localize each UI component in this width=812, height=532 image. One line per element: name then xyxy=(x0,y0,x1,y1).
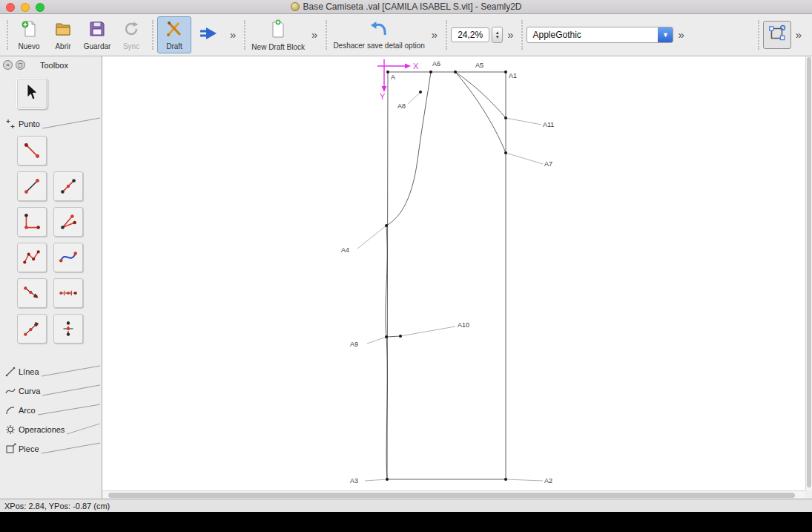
save-floppy-icon xyxy=(88,20,106,41)
triangle-axis-point-tool[interactable] xyxy=(53,314,83,344)
toolbar-drag-handle[interactable] xyxy=(152,20,154,50)
minimize-window-button[interactable] xyxy=(21,3,30,12)
drawing-canvas-area: X Y AA6A5A1A8A11A7A4A9A10A3A2 xyxy=(102,56,812,499)
selection-tool-button[interactable] xyxy=(763,21,791,49)
overflow-chevron[interactable]: » xyxy=(791,20,806,50)
section-slant xyxy=(42,384,100,397)
main-toolbar: Nuevo Abrir Guardar Sync xyxy=(0,14,812,56)
zoom-input[interactable]: 24,2% xyxy=(451,27,489,42)
save-button[interactable]: Guardar xyxy=(80,16,114,53)
toolbox-header: × ◻ Toolbox xyxy=(0,56,102,71)
button-label: Draft xyxy=(166,42,182,50)
point-along-line-tool[interactable] xyxy=(53,171,83,201)
line-between-points-tool[interactable] xyxy=(17,136,47,165)
vertical-scrollbar[interactable] xyxy=(805,56,812,490)
horizontal-scrollbar[interactable] xyxy=(102,490,805,499)
punto-tool-grid xyxy=(17,136,102,344)
x-axis-label: X xyxy=(413,62,419,70)
toolbox-section-piece[interactable]: Piece xyxy=(0,436,102,455)
toolbox-collapsed-sections: Línea Curva Arco Ope xyxy=(0,358,102,455)
svg-text:A3: A3 xyxy=(350,477,358,485)
spline-tool[interactable] xyxy=(17,243,47,272)
svg-text:A6: A6 xyxy=(432,60,440,68)
section-slant xyxy=(67,422,100,436)
overflow-chevron[interactable]: » xyxy=(503,20,518,50)
toolbox-section-punto[interactable]: Punto xyxy=(0,111,102,130)
sync-arrows-icon xyxy=(122,20,140,41)
overflow-chevron[interactable]: » xyxy=(225,20,240,50)
toolbox-section-arco[interactable]: Arco xyxy=(0,397,102,416)
undo-button[interactable]: Deshacer save detail option xyxy=(331,16,426,53)
y-axis-arrowhead-icon xyxy=(382,86,387,92)
new-document-icon xyxy=(20,20,38,41)
point-intersect-arrow-tool[interactable] xyxy=(17,278,47,308)
midpoint-on-line-tool[interactable] xyxy=(53,278,83,308)
svg-text:A: A xyxy=(391,73,395,81)
close-window-button[interactable] xyxy=(6,3,15,12)
horizontal-scrollbar-thumb[interactable] xyxy=(108,493,795,498)
overflow-chevron[interactable]: » xyxy=(307,20,322,50)
file-toolbar-group: Nuevo Abrir Guardar Sync xyxy=(12,15,148,55)
bisector-point-tool[interactable] xyxy=(17,314,47,344)
new-button[interactable]: Nuevo xyxy=(12,16,46,53)
svg-text:A8: A8 xyxy=(397,102,406,110)
piece-icon xyxy=(4,443,16,455)
font-toolbar-group: AppleGothic ▼ » xyxy=(527,15,688,55)
section-slant xyxy=(42,441,100,455)
float-icon[interactable]: ◻ xyxy=(16,60,25,70)
toolbar-drag-handle[interactable] xyxy=(7,20,8,50)
svg-text:A9: A9 xyxy=(350,341,358,348)
piece-mode-button[interactable] xyxy=(191,16,225,53)
draft-tools-icon xyxy=(165,20,183,41)
overflow-chevron[interactable]: » xyxy=(673,20,688,50)
pattern-canvas[interactable]: X Y AA6A5A1A8A11A7A4A9A10A3A2 xyxy=(102,56,805,490)
toolbar-drag-handle[interactable] xyxy=(521,20,523,50)
segment-tool[interactable] xyxy=(17,171,47,201)
section-slant xyxy=(42,364,100,378)
perpendicular-point-tool[interactable] xyxy=(17,207,47,237)
sync-button: Sync xyxy=(114,16,148,53)
open-button[interactable]: Abrir xyxy=(46,16,80,53)
svg-text:A7: A7 xyxy=(544,160,552,168)
zoom-stepper[interactable]: ▲ ▼ xyxy=(492,27,503,43)
toolbar-drag-handle[interactable] xyxy=(758,20,759,50)
app-icon xyxy=(291,2,300,11)
stepper-down-icon[interactable]: ▼ xyxy=(495,35,500,39)
angle-point-tool[interactable] xyxy=(53,207,83,237)
selection-toolbar-group: » xyxy=(754,15,806,55)
svg-text:A4: A4 xyxy=(341,246,349,254)
font-select-value: AppleGothic xyxy=(527,30,658,40)
font-select[interactable]: AppleGothic ▼ xyxy=(527,27,673,43)
pattern-outline xyxy=(386,72,506,479)
toolbox-section-linea[interactable]: Línea xyxy=(0,358,102,378)
svg-text:A2: A2 xyxy=(544,477,552,485)
arrow-pointer-tool-button[interactable] xyxy=(16,78,47,109)
section-label: Curva xyxy=(19,387,40,397)
vertical-scrollbar-thumb[interactable] xyxy=(807,57,811,487)
svg-text:A1: A1 xyxy=(509,72,517,79)
toolbox-section-operaciones[interactable]: Operaciones xyxy=(0,416,102,436)
close-icon[interactable]: × xyxy=(3,60,13,70)
toolbox-section-curva[interactable]: Curva xyxy=(0,378,102,397)
toolbar-drag-handle[interactable] xyxy=(326,20,327,50)
zoom-window-button[interactable] xyxy=(36,3,44,12)
cursor-arrow-icon xyxy=(24,82,40,105)
y-axis-label: Y xyxy=(380,92,386,101)
button-label: Deshacer save detail option xyxy=(333,42,424,50)
overflow-chevron[interactable]: » xyxy=(427,20,442,50)
svg-text:A11: A11 xyxy=(543,121,554,128)
toolbar-drag-handle[interactable] xyxy=(446,20,447,50)
undo-arrow-icon xyxy=(369,21,389,40)
draft-block-toolbar-group: New Draft Block » xyxy=(249,15,322,55)
combo-dropdown-arrow-icon[interactable]: ▼ xyxy=(658,27,673,42)
scrollbar-corner xyxy=(805,490,812,499)
new-draft-block-button[interactable]: New Draft Block xyxy=(249,16,307,53)
section-label: Arco xyxy=(19,406,36,416)
arc-icon xyxy=(4,404,16,416)
draft-mode-button[interactable]: Draft xyxy=(157,16,191,53)
toolbar-drag-handle[interactable] xyxy=(244,20,245,50)
curve-tool[interactable] xyxy=(53,243,83,272)
section-slant xyxy=(38,403,100,416)
title-bar[interactable]: Base Camiseta .val [CAMILA ISABEL S.vit]… xyxy=(0,0,812,14)
section-label: Operaciones xyxy=(19,425,65,436)
